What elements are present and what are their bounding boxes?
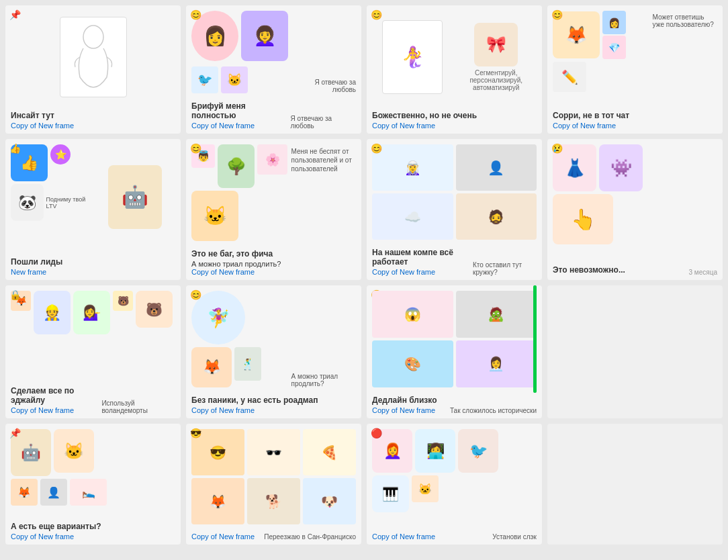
- card-footer-6: Это не баг, это фича А можно триал продл…: [186, 246, 361, 280]
- card-8[interactable]: 😢 👗 👾 👆 Это невозможно... 3 месяца: [547, 139, 723, 280]
- card-footer-13: А есть еще варианты? Copy of New frame: [5, 519, 181, 545]
- card-images-4: 🦊 👩 💎 ✏️ Может ответишь уже пользователю…: [547, 5, 723, 108]
- card-footer-3: Божественно, но не очень Copy of New fra…: [367, 108, 542, 134]
- card-frame-10: Copy of New frame: [191, 406, 318, 414]
- card-title-9: Сделаем все по эджайлу: [11, 386, 101, 405]
- card-emoji-7: 😊: [371, 143, 382, 154]
- card-footer-9: Сделаем все по эджайлу Copy of New frame…: [5, 383, 181, 418]
- card-footer-4: Сорри, не в тот чат Copy of New frame: [547, 108, 723, 134]
- card-emoji-4: 😊: [551, 9, 563, 20]
- card-right-text-2: Я отвечаю за любовь: [291, 79, 356, 93]
- card-title-1: Инсайт тут: [11, 111, 175, 120]
- card-frame-5: New frame: [11, 268, 62, 276]
- card-title-10: Без паники, у нас есть роадмап: [191, 395, 318, 405]
- card-right-text-4: Может ответишь уже пользователю?: [653, 13, 717, 28]
- card-images-9: 🦊 👷 💁‍♀️ 🐻 🐻: [5, 285, 181, 383]
- card-emoji-10: 😊: [190, 289, 201, 300]
- cards-grid: 📌 Инсайт тут Copy of New frame 😊 �: [0, 0, 728, 550]
- card-right-text-10: А можно триал продлить?: [291, 373, 356, 387]
- card-frame-4: Copy of New frame: [553, 122, 629, 130]
- card-frame-6: Copy of New frame: [191, 268, 281, 276]
- card-footer-8: Это невозможно... 3 месяца: [547, 263, 723, 280]
- card-frame-11: Copy of New frame: [372, 406, 437, 414]
- card-title-3: Божественно, но не очень: [372, 111, 477, 120]
- card-right-text-15: Установи слэк: [492, 533, 537, 541]
- card-frame-1: Copy of New frame: [11, 122, 175, 130]
- card-images-5: 👍 ⭐ 🐼 Подниму твой LTV 🤖: [5, 139, 181, 254]
- card-right-text-6: Меня не беспят от пользователей и от пол…: [291, 148, 352, 173]
- card-images-15: 👩‍🦰 👩‍💻 🐦 🎹 🐱: [367, 424, 542, 530]
- card-right-text-9: Используй воландеморты: [101, 400, 175, 414]
- card-emoji-3: 😊: [371, 9, 382, 20]
- card-title-13: А есть еще варианты?: [11, 522, 101, 531]
- card-images-10: 🧚‍♀️ 🦊 🕺 А можно триал продлить?: [186, 285, 361, 393]
- card-images-2: 👩 👩‍🦱 🐦 🐱 Я отвечаю за любовь: [186, 5, 361, 99]
- card-13[interactable]: 📌 🤖 🐱 🦊 👤 🛌 А есть еще варианты? Copy of…: [5, 424, 181, 545]
- card-subtitle-2: Я отвечаю за любовь: [291, 115, 356, 130]
- card-images-14: 😎 🕶️ 🍕 🦊 🐕 🐶: [186, 424, 361, 530]
- card-12: [547, 285, 723, 418]
- card-frame-7: Copy of New frame: [372, 268, 473, 276]
- card-images-11: 😱 🧟 🎨 👩‍💼: [367, 285, 542, 393]
- card-title-5: Пошли лиды: [11, 257, 62, 267]
- card-2[interactable]: 😊 👩 👩‍🦱 🐦 🐱 Я отвечаю за любовь: [186, 5, 361, 134]
- card-images-7: 🧝‍♀️ 👤 ☁️ 🧔: [367, 139, 542, 245]
- card-footer-14: Copy of New frame Переезжаю в Сан-Франци…: [186, 530, 361, 545]
- card-5[interactable]: 👍 👍 ⭐ 🐼 Подниму твой LTV 🤖 Пошли лиды Ne…: [5, 139, 181, 280]
- card-footer-11: Дедлайн близко Copy of New frame Так сло…: [367, 393, 542, 418]
- card-images-1: [5, 5, 181, 108]
- card-frame-2: Copy of New frame: [191, 122, 291, 130]
- card-images-8: 👗 👾 👆: [547, 139, 723, 263]
- card-emoji-14: 😎: [190, 428, 201, 438]
- card-footer-1: Инсайт тут Copy of New frame: [5, 108, 181, 134]
- svg-point-0: [83, 26, 103, 48]
- card-emoji-13: 📌: [9, 428, 21, 438]
- card-title-11: Дедлайн близко: [372, 395, 437, 405]
- card-title-2: Брифуй меня полностью: [191, 101, 291, 120]
- card-right-text-11: Так сложилось исторически: [450, 407, 537, 414]
- card-images-6: 👼 🌳 🌸 🐱 Меня не беспят от пользователей …: [186, 139, 361, 246]
- card-title-8: Это невозможно...: [553, 265, 625, 275]
- card-footer-7: На нашем компе всё работает Copy of New …: [367, 245, 542, 280]
- card-frame-14: Copy of New frame: [191, 532, 255, 541]
- card-16: [547, 424, 723, 545]
- card-frame-3: Copy of New frame: [372, 122, 477, 130]
- card-emoji-9: 🔒: [9, 289, 21, 300]
- card-subtitle-6: А можно триал продлить?: [191, 260, 281, 268]
- card-emoji-15: 🔴: [371, 428, 382, 438]
- card-15[interactable]: 🔴 👩‍🦰 👩‍💻 🐦 🎹 🐱 Copy of New frame Устано…: [367, 424, 542, 545]
- card-right-text-7: Кто оставил тут кружку?: [473, 261, 537, 276]
- card-frame-15: Copy of New frame: [372, 532, 435, 541]
- card-footer-15: Copy of New frame Установи слэк: [367, 530, 542, 545]
- card-9[interactable]: 🔒 🦊 👷 💁‍♀️ 🐻 🐻 Сделаем все по эджайлу Co…: [5, 285, 181, 418]
- card-emoji-2: 😊: [190, 9, 201, 20]
- card-3[interactable]: 😊 🧜‍♀️ 🎀 Сегментируй, персонализируй, ав…: [367, 5, 542, 134]
- card-10[interactable]: 😊 🧚‍♀️ 🦊 🕺 А можно триал продлить? Без п…: [186, 285, 361, 418]
- card-footer-2: Брифуй меня полностью Copy of New frame …: [186, 99, 361, 134]
- card-frame-13: Copy of New frame: [11, 532, 101, 541]
- card-1[interactable]: 📌 Инсайт тут Copy of New frame: [5, 5, 181, 134]
- card-emoji-8: 😢: [551, 143, 563, 154]
- card-title-4: Сорри, не в тот чат: [553, 111, 629, 120]
- card-4[interactable]: 😊 🦊 👩 💎 ✏️ Может ответишь уже пользовате…: [547, 5, 723, 134]
- card-7[interactable]: 😊 🧝‍♀️ 👤 ☁️ 🧔 На нашем компе всё работае…: [367, 139, 542, 280]
- card-emoji-6: 😊: [190, 143, 201, 154]
- card-time-8: 3 месяца: [689, 269, 717, 276]
- card-footer-10: Без паники, у нас есть роадмап Copy of N…: [186, 393, 361, 418]
- card-emoji-5: 👍: [9, 143, 21, 154]
- card-title-7: На нашем компе всё работает: [372, 248, 473, 267]
- card-14[interactable]: 😎 😎 🕶️ 🍕 🦊 🐕 🐶 Copy of New frame Переезж…: [186, 424, 361, 545]
- card-title-6: Это не баг, это фича: [191, 249, 281, 259]
- card-6[interactable]: 😊 👼 🌳 🌸 🐱 Меня не беспят от пользователе…: [186, 139, 361, 280]
- card-images-13: 🤖 🐱 🦊 👤 🛌: [5, 424, 181, 519]
- card-right-text-14: Переезжаю в Сан-Франциско: [264, 533, 356, 541]
- card-images-3: 🧜‍♀️ 🎀 Сегментируй, персонализируй, авто…: [367, 5, 542, 108]
- card-11[interactable]: 😊 😱 🧟 🎨 👩‍💼 Дедлайн близко Copy of New f…: [367, 285, 542, 418]
- card-frame-9: Copy of New frame: [11, 406, 101, 414]
- card-footer-5: Пошли лиды New frame: [5, 254, 181, 280]
